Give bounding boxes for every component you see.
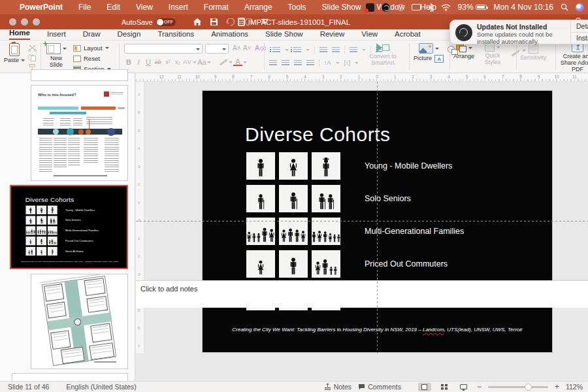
- home-icon[interactable]: [193, 18, 202, 26]
- cohort-icon-box: [48, 206, 57, 214]
- zoom-level[interactable]: 112%: [566, 383, 583, 391]
- grow-font-icon[interactable]: A˄: [233, 44, 241, 52]
- comments-toggle[interactable]: Comments: [358, 383, 401, 391]
- sync-status-icon[interactable]: [397, 4, 404, 11]
- tab-review[interactable]: Review: [320, 30, 345, 40]
- picture-button[interactable]: PictureA: [414, 41, 444, 73]
- zoom-window-button[interactable]: [33, 18, 40, 25]
- notes-toggle[interactable]: Notes: [324, 383, 351, 391]
- autosave-control[interactable]: AutoSave OFF: [122, 18, 176, 26]
- vertical-ruler[interactable]: 765432101234567: [136, 82, 144, 353]
- slide-sorter-button[interactable]: [438, 383, 451, 391]
- numbering-icon[interactable]: [293, 47, 301, 53]
- shrink-font-icon[interactable]: A˅: [243, 44, 252, 52]
- menu-item-view[interactable]: View: [128, 0, 161, 14]
- italic-button[interactable]: I: [134, 58, 143, 66]
- superscript-button[interactable]: x²: [163, 59, 172, 65]
- convert-smartart-button[interactable]: Convert to SmartArt: [366, 41, 400, 73]
- editing-canvas[interactable]: 765432101234567 Diverse CohortsYoung - M…: [136, 82, 588, 353]
- thumbnail-slide-11-selected[interactable]: Diverse CohortsYoung - Mobile DwellersSo…: [10, 185, 128, 269]
- tab-view[interactable]: View: [361, 30, 378, 40]
- customize-toolbar-icon[interactable]: [261, 19, 268, 25]
- undo-icon[interactable]: [226, 18, 237, 26]
- bluetooth-icon[interactable]: [428, 3, 434, 12]
- menu-item-file[interactable]: File: [71, 0, 99, 14]
- cut-icon[interactable]: [28, 44, 37, 52]
- horizontal-ruler[interactable]: 1211109876543210123456789101112: [136, 73, 588, 82]
- spotlight-icon[interactable]: [561, 3, 568, 11]
- slideshow-button[interactable]: [457, 383, 470, 391]
- notes-pane[interactable]: Click to add notes: [136, 280, 588, 308]
- battery-indicator[interactable]: 93%: [458, 3, 487, 12]
- app-status-icon[interactable]: [366, 3, 374, 12]
- reset-button[interactable]: Reset: [73, 54, 111, 63]
- save-icon[interactable]: [210, 18, 218, 26]
- zoom-slider[interactable]: [488, 386, 548, 388]
- details-button[interactable]: Details: [571, 20, 588, 32]
- menu-item-edit[interactable]: Edit: [99, 0, 128, 14]
- language-indicator[interactable]: English (United States): [66, 383, 136, 391]
- align-text-icon[interactable]: [↕]: [344, 59, 351, 66]
- vertical-guide[interactable]: [377, 82, 378, 353]
- bullets-icon[interactable]: [272, 47, 280, 53]
- paste-button[interactable]: Paste: [4, 41, 25, 73]
- thumb10-notebox: [86, 117, 112, 126]
- menubar-clock[interactable]: Mon 4 Nov 10:16: [494, 3, 553, 12]
- update-status-icon[interactable]: [382, 3, 390, 12]
- increase-indent-icon[interactable]: [332, 47, 340, 53]
- font-size-combo[interactable]: [205, 44, 229, 54]
- text-box-icon[interactable]: A: [434, 55, 444, 63]
- normal-view-button[interactable]: [418, 383, 431, 391]
- font-color-button[interactable]: A: [233, 58, 242, 66]
- text-direction-icon[interactable]: ↕A: [324, 59, 331, 66]
- wifi-icon[interactable]: [441, 4, 451, 11]
- tab-insert[interactable]: Insert: [47, 30, 66, 40]
- align-right-icon[interactable]: [294, 60, 302, 66]
- font-name-combo[interactable]: [124, 44, 203, 54]
- copy-icon[interactable]: [28, 54, 37, 61]
- bold-button[interactable]: B: [124, 58, 133, 66]
- character-spacing-button[interactable]: AV: [183, 59, 192, 65]
- tab-home[interactable]: Home: [9, 29, 30, 40]
- highlight-pen-icon[interactable]: [219, 59, 227, 65]
- menu-item-arrange[interactable]: Arrange: [237, 0, 280, 14]
- subscript-button[interactable]: x₂: [173, 59, 182, 65]
- redo-icon[interactable]: [244, 18, 253, 26]
- underline-button[interactable]: U: [144, 58, 153, 66]
- install-button[interactable]: Install: [571, 32, 588, 44]
- zoom-out-button[interactable]: −: [477, 382, 482, 391]
- minimize-window-button[interactable]: [21, 18, 28, 25]
- align-center-icon[interactable]: [282, 60, 289, 66]
- tab-draw[interactable]: Draw: [83, 30, 101, 40]
- menu-item-powerpoint[interactable]: PowerPoint: [20, 0, 71, 14]
- horizontal-guide[interactable]: [136, 221, 588, 221]
- tab-animations[interactable]: Animations: [211, 30, 248, 40]
- zoom-slider-knob[interactable]: [525, 384, 532, 391]
- thumbnail-slide-9-partial[interactable]: [31, 69, 128, 81]
- tab-acrobat[interactable]: Acrobat: [395, 30, 421, 40]
- thumbnail-slide-12[interactable]: [31, 274, 128, 369]
- arrange-button[interactable]: Arrange: [453, 41, 474, 73]
- justify-icon[interactable]: [306, 60, 314, 66]
- close-window-button[interactable]: [9, 18, 16, 25]
- menu-item-format[interactable]: Format: [196, 0, 237, 14]
- tab-transitions[interactable]: Transitions: [157, 30, 194, 40]
- display-mirroring-icon[interactable]: [412, 4, 421, 10]
- menu-item-slide-show[interactable]: Slide Show: [314, 0, 369, 14]
- layout-button[interactable]: Layout: [73, 44, 111, 52]
- change-case-button[interactable]: Aa: [197, 58, 206, 66]
- new-slide-button[interactable]: New Slide: [44, 41, 68, 73]
- tab-slide-show[interactable]: Slide Show: [265, 30, 303, 40]
- decrease-indent-icon[interactable]: [319, 47, 327, 53]
- people-pictogram: [279, 185, 308, 212]
- autosave-toggle[interactable]: OFF: [156, 18, 176, 26]
- menu-item-tools[interactable]: Tools: [280, 0, 314, 14]
- tab-design[interactable]: Design: [118, 30, 141, 40]
- align-left-icon[interactable]: [269, 60, 277, 66]
- siri-icon[interactable]: [576, 3, 584, 12]
- zoom-in-button[interactable]: +: [555, 382, 559, 391]
- thumbnail-slide-10[interactable]: Who is mis-housed?: [31, 85, 128, 181]
- strikethrough-button[interactable]: ab: [154, 59, 163, 65]
- menu-item-insert[interactable]: Insert: [161, 0, 196, 14]
- line-spacing-icon[interactable]: [350, 47, 357, 53]
